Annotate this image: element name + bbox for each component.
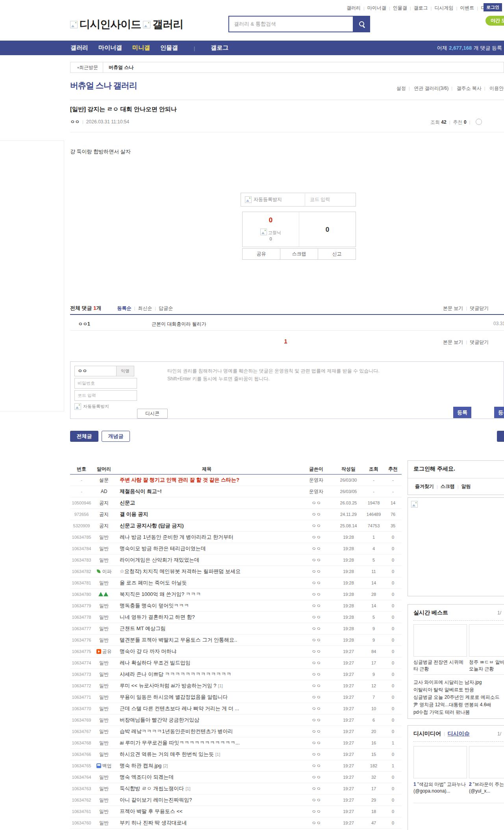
post-author[interactable]: ㅇㅇ — [298, 603, 334, 609]
top-link-event[interactable]: 이벤트 — [460, 5, 474, 11]
post-title-link[interactable]: 무용이 일동은 하시요에 별감정없음을 알립니다 — [115, 694, 298, 701]
post-title-link[interactable]: 라이어게임은 산악회가 재밌었는데 — [115, 556, 298, 564]
best-caption-2[interactable]: 청주 ㅃㄷㅂ 알바원 사건 오늘자 근황 — [469, 659, 504, 673]
sort-registered[interactable]: 등록순 — [117, 305, 131, 312]
nav-gallery[interactable]: 갤러리 — [70, 44, 88, 52]
post-category[interactable]: 일반 — [93, 545, 115, 552]
post-author[interactable]: ㅇㅇ — [298, 557, 334, 564]
post-title-link[interactable]: 맹숙이모 방금 하관은 테리급이였는데 — [115, 545, 298, 552]
dcissue-tab[interactable]: 디시이슈 — [448, 730, 470, 737]
post-author[interactable]: ㅇㅇ — [298, 534, 334, 541]
comment-textarea[interactable]: 타인의 권리를 침해하거나 명예를 훼손하는 댓글은 운영원칙 및 관련 법률에… — [167, 367, 380, 383]
top-link-minor-gallery[interactable]: 마이너갤 — [367, 5, 386, 11]
post-category[interactable]: 공지 — [93, 523, 115, 529]
post-category[interactable]: 일반 — [93, 580, 115, 586]
site-logo[interactable]: 디시인사이드 갤러리 — [70, 17, 183, 32]
post-author[interactable]: 운영자 — [298, 477, 334, 484]
post-author[interactable]: ㅇㅇ — [298, 785, 334, 792]
post-author[interactable]: ㅇㅇ — [298, 545, 334, 552]
post-author[interactable]: ㅇㅇ — [298, 820, 334, 826]
post-author[interactable]: ㅇㅇ — [298, 500, 334, 506]
top-link-person-gallery[interactable]: 인물갤 — [393, 5, 407, 11]
post-title-link[interactable]: 신문고 공지사항 (답글 금지) — [115, 522, 298, 529]
post-title-link[interactable]: ☆요청작) 치지직 메인뷰봇 저격하는 릴파팬덤 보세요 — [115, 568, 298, 575]
post-category[interactable]: 일반 — [93, 751, 115, 758]
post-author[interactable]: ㅇㅇ — [298, 671, 334, 678]
best-posts-button[interactable]: 개념글 — [102, 431, 130, 442]
best-item[interactable]: 이탈리아 탈락 알베르토 반응 — [413, 686, 504, 694]
nav-gallog[interactable]: 갤로그 — [211, 44, 228, 52]
post-author[interactable]: ㅇㅇ — [298, 751, 334, 758]
best-thumbnail-1[interactable] — [413, 624, 467, 657]
post-title-link[interactable]: 갤 이용 공지 — [115, 511, 298, 518]
post-category[interactable]: 공유 — [93, 648, 115, 655]
post-author[interactable]: ㅇㅇ — [298, 763, 334, 769]
post-category[interactable]: 일반 — [93, 603, 115, 609]
post-title-link[interactable]: 버장애님들아 빨간약 궁금한거있삼 — [115, 716, 298, 724]
sort-newest[interactable]: 최신순 — [138, 305, 152, 312]
breadcrumb-current-gallery[interactable]: 버츄얼 스나 — [103, 62, 139, 73]
post-category[interactable]: 일반 — [93, 534, 115, 541]
post-author[interactable]: ㅇㅇ — [298, 660, 334, 666]
post-title-link[interactable]: 근챈트 MT 예상그림 — [115, 625, 298, 632]
top-link-gallery[interactable]: 갤러리 — [346, 5, 361, 11]
post-author[interactable]: ㅇㅇ — [298, 694, 334, 701]
post-title-link[interactable]: 올 로즈 페미는 죽어도 아닐듯 — [115, 579, 298, 586]
search-box[interactable]: 갤러리 & 통합검색 — [228, 16, 354, 32]
nav-mini-gallery[interactable]: 미니갤 — [132, 44, 150, 52]
post-category[interactable]: 일반 — [93, 797, 115, 804]
media-thumbnail-1[interactable] — [413, 746, 467, 778]
downvote-panel[interactable]: 0 — [299, 212, 356, 247]
post-category[interactable]: 일반 — [93, 820, 115, 826]
post-author[interactable]: ㅇㅇ — [298, 683, 334, 689]
post-author[interactable]: ㅇㅇ — [298, 797, 334, 804]
best-caption-1[interactable]: 싱글벙글 전장연 시위메타 근황 — [413, 659, 467, 673]
night-mode-button[interactable]: 야간 모드 — [485, 16, 504, 26]
post-title-link[interactable]: 북지직은 1000억 왜 쓴거임? ㅋㅋㅋ — [115, 591, 298, 598]
share-button[interactable]: 공유 — [242, 248, 280, 260]
copy-gallery-url-link[interactable]: 갤주소 복사 — [456, 86, 481, 91]
write-post-button-partial[interactable] — [497, 431, 504, 442]
post-author[interactable]: ㅇㅇ — [298, 523, 334, 529]
search-button[interactable] — [354, 16, 370, 32]
upvote-panel[interactable]: 0 고정닉 0 — [243, 212, 299, 247]
comment-submit-button[interactable]: 등록 — [453, 407, 471, 418]
media-caption-2[interactable]: 2"브라운이 주는 힘" 율(@yul_x... — [469, 781, 504, 795]
anonymous-tab[interactable]: 익명 — [116, 366, 134, 376]
post-title-link[interactable]: 맹숙아 걍 다 까자 머하냐 — [115, 648, 298, 655]
post-category[interactable]: 공지 — [93, 500, 115, 506]
nav-minor-gallery[interactable]: 마이너갤 — [98, 44, 122, 52]
scrap-button[interactable]: 스크랩 — [280, 248, 318, 260]
post-author[interactable]: ㅇㅇ — [298, 568, 334, 575]
best-thumbnail-2[interactable] — [469, 624, 504, 657]
post-category[interactable]: 일반 — [93, 671, 115, 678]
media-thumbnail-2[interactable] — [469, 746, 504, 778]
best-item[interactable]: 교사 와이프에 시달리는 남자.jpg — [413, 679, 504, 686]
post-title-link[interactable]: 프젝아 벽딸 후 무용토스 << — [115, 808, 298, 815]
all-posts-button[interactable]: 전체글 — [70, 431, 98, 442]
sort-replies[interactable]: 답글순 — [159, 305, 173, 312]
post-title-link[interactable]: 주변 사람 잘 챙기고 인맥 관리 잘 할 것 같은 스타는? — [115, 476, 298, 484]
post-title-link[interactable]: 레나 방금 1년동안 준비한 게 병아리라고 한거부터 — [115, 534, 298, 541]
post-category[interactable]: 설문 — [93, 477, 115, 484]
post-category[interactable]: 백업 — [93, 763, 115, 769]
gallery-title[interactable]: 버츄얼 스나 갤러리 — [70, 80, 137, 91]
post-author[interactable]: ㅇㅇ — [298, 511, 334, 518]
recent-visit-dropdown[interactable]: 최근방문 — [70, 62, 103, 73]
post-category[interactable]: 이파 — [93, 568, 115, 575]
post-author[interactable]: 운영자 — [298, 488, 334, 495]
post-title-link[interactable]: 레나 확실하다 무조건 빌드업임 — [115, 659, 298, 666]
post-category[interactable]: 일반 — [93, 660, 115, 666]
post-category[interactable]: 공지 — [93, 511, 115, 518]
post-category[interactable]: 일반 — [93, 557, 115, 564]
view-post-link[interactable]: 본문 보기 — [443, 305, 463, 311]
best-item[interactable]: 싱글벙글 오늘 20주년인 케로로 에피소드 — [413, 694, 504, 701]
post-title-link[interactable]: 둑식합방 ㄹㅇ 개씹노잼이다[1] — [115, 785, 298, 792]
post-author[interactable]: ㅇㅇ — [298, 740, 334, 746]
post-title-link[interactable]: 맹독충들 맹숙이 덮어잇ㅋㅋㅋ — [115, 602, 298, 609]
post-author[interactable]: ㅇㅇ — [298, 728, 334, 735]
post-category[interactable]: 일반 — [93, 808, 115, 815]
nav-person-gallery[interactable]: 인물갤 — [160, 44, 178, 52]
post-category[interactable]: 일반 — [93, 728, 115, 735]
post-category[interactable]: 일반 — [93, 694, 115, 701]
